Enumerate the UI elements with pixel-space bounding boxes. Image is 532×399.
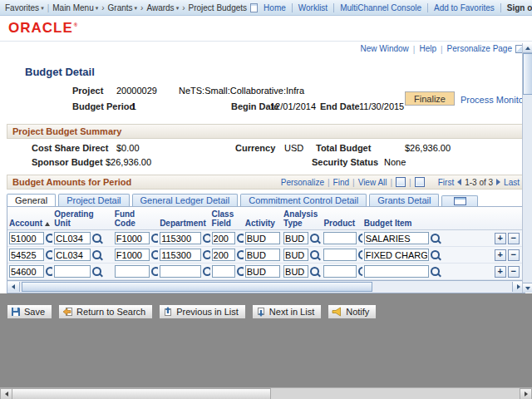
previous-page-arrow-icon[interactable] xyxy=(457,179,461,185)
column-header-analysis-type[interactable]: Analysis Type xyxy=(282,207,322,230)
analysis-type-input[interactable] xyxy=(283,265,308,278)
class-field-input[interactable] xyxy=(212,265,235,278)
last-link[interactable]: Last xyxy=(504,178,520,187)
product-input[interactable] xyxy=(323,265,357,278)
lookup-icon[interactable] xyxy=(310,234,319,243)
tab-commitment-control-detail[interactable]: Commitment Control Detail xyxy=(240,194,367,206)
lookup-icon[interactable] xyxy=(358,234,362,243)
process-monitor-link[interactable]: Process Monitor xyxy=(461,95,526,105)
operating-unit-input[interactable] xyxy=(54,232,91,244)
analysis-type-input[interactable] xyxy=(283,249,308,261)
add-to-favorites-link[interactable]: Add to Favorites xyxy=(427,3,500,12)
product-input[interactable] xyxy=(323,232,357,244)
new-window-link[interactable]: New Window xyxy=(360,44,408,53)
download-grid-icon[interactable] xyxy=(415,177,425,187)
first-link[interactable]: First xyxy=(438,178,454,187)
analysis-type-input[interactable] xyxy=(283,232,308,244)
next-in-list-button[interactable]: Next in List xyxy=(252,304,322,319)
lookup-icon[interactable] xyxy=(310,267,319,276)
lookup-icon[interactable] xyxy=(151,267,158,276)
lookup-icon[interactable] xyxy=(46,234,52,243)
lookup-icon[interactable] xyxy=(203,234,209,243)
sign-out-link[interactable]: Sign out xyxy=(500,3,532,12)
tab-general[interactable]: General xyxy=(7,194,56,206)
activity-input[interactable] xyxy=(245,265,280,278)
department-input[interactable] xyxy=(160,265,201,278)
lookup-icon[interactable] xyxy=(46,250,52,259)
fund-code-input[interactable] xyxy=(115,232,150,244)
tab-grants-detail[interactable]: Grants Detail xyxy=(369,194,439,206)
column-header-product[interactable]: Product xyxy=(322,207,362,230)
breadcrumb-main-menu[interactable]: Main Menu xyxy=(52,3,98,12)
lookup-icon[interactable] xyxy=(431,234,440,243)
notify-button[interactable]: Notify xyxy=(328,304,377,319)
lookup-icon[interactable] xyxy=(358,267,362,276)
breadcrumb-project-budgets[interactable]: Project Budgets xyxy=(188,3,247,12)
finalize-button[interactable]: Finalize xyxy=(405,91,455,106)
lookup-icon[interactable] xyxy=(92,234,101,243)
lookup-icon[interactable] xyxy=(46,267,52,276)
activity-input[interactable] xyxy=(245,232,280,244)
scroll-left-button[interactable] xyxy=(0,388,12,399)
add-row-button[interactable] xyxy=(495,233,506,244)
column-header-account[interactable]: Account xyxy=(7,207,52,230)
lookup-icon[interactable] xyxy=(310,250,319,259)
previous-in-list-button[interactable]: Previous in List xyxy=(159,304,246,319)
lookup-icon[interactable] xyxy=(237,250,244,259)
activity-input[interactable] xyxy=(245,249,280,261)
lookup-icon[interactable] xyxy=(151,250,158,259)
tab-project-detail[interactable]: Project Detail xyxy=(58,194,129,206)
delete-row-button[interactable] xyxy=(508,233,520,244)
account-input[interactable] xyxy=(9,265,44,278)
scroll-right-button[interactable] xyxy=(520,388,532,399)
personalize-page-link[interactable]: Personalize Page xyxy=(447,44,512,53)
lookup-icon[interactable] xyxy=(203,250,209,259)
class-field-input[interactable] xyxy=(212,249,235,261)
add-row-button[interactable] xyxy=(495,266,506,278)
lookup-icon[interactable] xyxy=(92,267,101,276)
delete-row-button[interactable] xyxy=(508,249,520,261)
department-input[interactable] xyxy=(160,249,201,261)
save-button[interactable]: Save xyxy=(7,304,52,319)
personalize-link[interactable]: Personalize xyxy=(281,178,324,187)
help-link[interactable]: Help xyxy=(419,44,436,53)
vertical-scroll-thumb[interactable] xyxy=(523,53,532,95)
column-header-operating-unit[interactable]: Operating Unit xyxy=(52,207,112,230)
account-input[interactable] xyxy=(9,232,44,244)
budget-item-input[interactable] xyxy=(364,232,429,244)
scroll-up-button[interactable] xyxy=(523,43,532,53)
lookup-icon[interactable] xyxy=(431,267,440,276)
breadcrumb-favorites[interactable]: Favorites xyxy=(5,3,44,12)
breadcrumb-grants[interactable]: Grants xyxy=(108,3,138,12)
column-header-fund-code[interactable]: Fund Code xyxy=(113,207,158,230)
scroll-down-button[interactable] xyxy=(523,283,532,293)
view-all-link[interactable]: View All xyxy=(358,178,387,187)
worklist-link[interactable]: Worklist xyxy=(292,3,333,12)
account-input[interactable] xyxy=(9,249,44,261)
column-header-activity[interactable]: Activity xyxy=(244,207,282,230)
grid-scroll-left-button[interactable] xyxy=(7,282,20,292)
next-page-arrow-icon[interactable] xyxy=(496,179,500,185)
column-header-budget-item[interactable]: Budget Item xyxy=(362,207,493,230)
lookup-icon[interactable] xyxy=(203,267,209,276)
lookup-icon[interactable] xyxy=(237,267,244,276)
show-all-columns-tab[interactable] xyxy=(441,195,478,206)
tab-general-ledger-detail[interactable]: General Ledger Detail xyxy=(132,194,239,206)
grid-scroll-thumb[interactable] xyxy=(22,282,372,292)
column-header-class-field[interactable]: Class Field xyxy=(210,207,244,230)
department-input[interactable] xyxy=(160,232,201,244)
fund-code-input[interactable] xyxy=(115,249,150,261)
fund-code-input[interactable] xyxy=(115,265,150,278)
horizontal-scroll-thumb[interactable] xyxy=(12,388,271,399)
operating-unit-input[interactable] xyxy=(54,265,91,278)
lookup-icon[interactable] xyxy=(92,250,101,259)
zoom-grid-icon[interactable] xyxy=(396,177,406,187)
home-link[interactable]: Home xyxy=(258,3,292,12)
budget-item-input[interactable] xyxy=(364,249,429,261)
breadcrumb-awards[interactable]: Awards xyxy=(146,3,179,12)
lookup-icon[interactable] xyxy=(431,250,440,259)
find-link[interactable]: Find xyxy=(333,178,349,187)
lookup-icon[interactable] xyxy=(237,234,244,243)
lookup-icon[interactable] xyxy=(358,250,362,259)
return-to-search-button[interactable]: Return to Search xyxy=(58,304,153,319)
